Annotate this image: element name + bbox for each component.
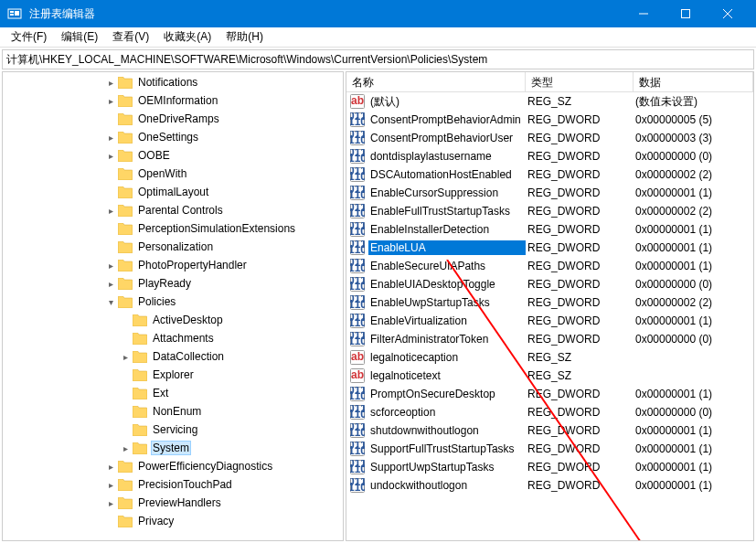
value-icon: 011110 [350, 295, 365, 310]
value-row[interactable]: 011110dontdisplaylastusernameREG_DWORD0x… [346, 147, 753, 165]
tree-item[interactable]: ▸DataCollection [3, 347, 343, 366]
titlebar: 注册表编辑器 [0, 0, 756, 27]
value-row[interactable]: 011110ConsentPromptBehaviorAdminREG_DWOR… [346, 111, 753, 129]
tree-item[interactable]: Explorer [3, 366, 343, 384]
folder-icon [133, 369, 147, 381]
value-row[interactable]: ablegalnoticetextREG_SZ [346, 367, 753, 385]
folder-icon [118, 77, 133, 89]
tree-twisty[interactable]: ▸ [105, 96, 116, 106]
tree-twisty[interactable]: ▸ [120, 443, 131, 453]
tree-item[interactable]: OptimalLayout [3, 183, 343, 201]
tree-item[interactable]: OpenWith [3, 165, 343, 183]
value-type: REG_DWORD [526, 460, 634, 474]
value-row[interactable]: ablegalnoticecaptionREG_SZ [346, 348, 753, 367]
value-data: 0x00000001 (1) [634, 186, 753, 200]
svg-text:ab: ab [351, 368, 364, 381]
value-row[interactable]: 011110ConsentPromptBehaviorUserREG_DWORD… [346, 129, 753, 147]
tree-item[interactable]: Ext [3, 384, 343, 402]
menu-help[interactable]: 帮助(H) [218, 27, 271, 47]
folder-icon [118, 241, 133, 253]
svg-text:110: 110 [350, 152, 365, 164]
tree-label: DataCollection [151, 349, 226, 364]
menu-edit[interactable]: 编辑(E) [54, 27, 105, 47]
tree-item[interactable]: ▸PhotoPropertyHandler [3, 256, 343, 274]
tree-item[interactable]: ▸OEMInformation [3, 91, 343, 110]
tree-twisty[interactable]: ▸ [105, 78, 116, 88]
tree-item[interactable]: ▸Parental Controls [3, 201, 343, 219]
address-bar[interactable]: 计算机\HKEY_LOCAL_MACHINE\SOFTWARE\Microsof… [2, 49, 754, 69]
folder-icon [118, 223, 133, 235]
list-pane[interactable]: 名称 类型 数据 ab(默认)REG_SZ(数值未设置)011110Consen… [346, 71, 754, 541]
value-row[interactable]: ab(默认)REG_SZ(数值未设置) [346, 92, 753, 111]
value-row[interactable]: 011110DSCAutomationHostEnabledREG_DWORD0… [346, 165, 753, 184]
folder-icon [118, 461, 133, 473]
value-row[interactable]: 011110SupportFullTrustStartupTasksREG_DW… [346, 440, 753, 458]
tree-item[interactable]: ▸OneSettings [3, 128, 343, 146]
tree-twisty[interactable]: ▸ [105, 133, 116, 143]
value-row[interactable]: 011110FilterAdministratorTokenREG_DWORD0… [346, 330, 753, 348]
folder-icon [118, 497, 133, 509]
value-row[interactable]: 011110undockwithoutlogonREG_DWORD0x00000… [346, 476, 753, 495]
column-data[interactable]: 数据 [634, 72, 753, 91]
tree-twisty[interactable]: ▸ [105, 498, 116, 508]
value-row[interactable]: 011110EnableInstallerDetectionREG_DWORD0… [346, 220, 753, 239]
value-row[interactable]: 011110EnableSecureUIAPathsREG_DWORD0x000… [346, 257, 753, 275]
tree-item[interactable]: Servicing [3, 421, 343, 439]
value-icon: 011110 [350, 131, 365, 145]
tree-item[interactable]: Attachments [3, 329, 343, 347]
value-row[interactable]: 011110PromptOnSecureDesktopREG_DWORD0x00… [346, 385, 753, 403]
menu-favorites[interactable]: 收藏夹(A) [156, 27, 218, 47]
svg-text:110: 110 [350, 280, 365, 292]
menu-view[interactable]: 查看(V) [105, 27, 156, 47]
tree-twisty[interactable]: ▸ [105, 279, 116, 289]
tree-item[interactable]: ActiveDesktop [3, 311, 343, 329]
value-row[interactable]: 011110EnableCursorSuppressionREG_DWORD0x… [346, 184, 753, 202]
value-row[interactable]: 011110shutdownwithoutlogonREG_DWORD0x000… [346, 421, 753, 440]
folder-icon [133, 442, 147, 454]
value-row[interactable]: 011110EnableFullTrustStartupTasksREG_DWO… [346, 202, 753, 220]
tree-item[interactable]: ▾Policies [3, 293, 343, 311]
value-icon: ab [350, 368, 365, 383]
minimize-button[interactable] [623, 0, 665, 27]
tree-item[interactable]: PerceptionSimulationExtensions [3, 219, 343, 238]
value-row[interactable]: 011110SupportUwpStartupTasksREG_DWORD0x0… [346, 458, 753, 476]
tree-pane[interactable]: ▸Notifications▸OEMInformationOneDriveRam… [2, 71, 344, 541]
tree-item[interactable]: Privacy [3, 512, 343, 530]
tree-item[interactable]: ▸System [3, 439, 343, 457]
tree-item[interactable]: ▸OOBE [3, 146, 343, 165]
maximize-button[interactable] [665, 0, 707, 27]
tree-item[interactable]: ▸PlayReady [3, 274, 343, 293]
tree-item[interactable]: Personalization [3, 238, 343, 256]
tree-item[interactable]: ▸Notifications [3, 73, 343, 91]
tree-item[interactable]: OneDriveRamps [3, 110, 343, 128]
tree-twisty[interactable]: ▸ [105, 206, 116, 216]
column-type[interactable]: 类型 [526, 72, 634, 91]
tree-twisty[interactable]: ▸ [105, 261, 116, 271]
tree-label: Policies [136, 294, 177, 309]
menu-file[interactable]: 文件(F) [4, 27, 54, 47]
value-row[interactable]: 011110EnableUIADesktopToggleREG_DWORD0x0… [346, 275, 753, 293]
column-name[interactable]: 名称 [346, 72, 526, 91]
tree-twisty[interactable]: ▾ [105, 297, 116, 307]
tree-label: PreviewHandlers [136, 495, 223, 510]
tree-twisty[interactable]: ▸ [105, 462, 116, 472]
value-row[interactable]: 011110scforceoptionREG_DWORD0x00000000 (… [346, 403, 753, 421]
tree-label: PrecisionTouchPad [136, 477, 234, 492]
value-row[interactable]: 011110EnableVirtualizationREG_DWORD0x000… [346, 312, 753, 330]
tree-twisty[interactable]: ▸ [105, 480, 116, 490]
value-data: 0x00000000 (0) [634, 405, 753, 420]
tree-item[interactable]: NonEnum [3, 402, 343, 421]
tree-item[interactable]: ▸PrecisionTouchPad [3, 475, 343, 494]
value-row[interactable]: 011110EnableUwpStartupTasksREG_DWORD0x00… [346, 293, 753, 312]
tree-item[interactable]: ▸PowerEfficiencyDiagnostics [3, 457, 343, 475]
tree-label: Notifications [136, 75, 199, 90]
tree-label: Servicing [151, 422, 199, 437]
value-row[interactable]: 011110EnableLUAREG_DWORD0x00000001 (1) [346, 239, 753, 257]
svg-text:110: 110 [350, 426, 365, 438]
close-button[interactable] [707, 0, 749, 27]
tree-label: System [151, 441, 191, 455]
tree-item[interactable]: ▸PreviewHandlers [3, 494, 343, 512]
tree-twisty[interactable]: ▸ [120, 352, 131, 362]
tree-twisty[interactable]: ▸ [105, 151, 116, 161]
value-name: EnableVirtualization [368, 314, 526, 328]
